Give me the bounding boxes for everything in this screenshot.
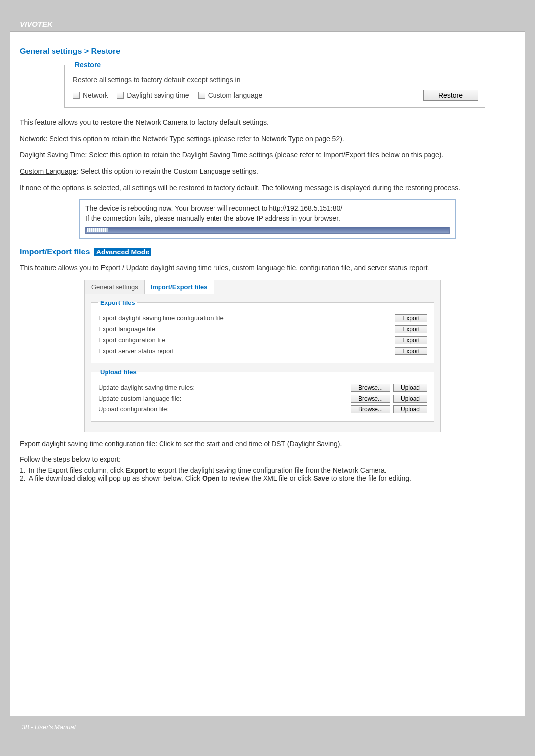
row-upload-lang: Update custom language file: Browse... U… bbox=[98, 395, 427, 403]
section-title-import-export: Import/Export files Advanced Mode bbox=[20, 248, 515, 256]
row-export-dst: Export daylight saving time configuratio… bbox=[98, 314, 427, 322]
tab-general-settings[interactable]: General settings bbox=[85, 280, 145, 294]
upload-lang-button[interactable]: Upload bbox=[393, 395, 427, 403]
row-upload-config: Upload configuration file: Browse... Upl… bbox=[98, 405, 427, 413]
label-export-config: Export configuration file bbox=[98, 336, 165, 344]
step-2-c: to store the file for editing. bbox=[329, 474, 411, 482]
para-lang-label: Custom Language bbox=[20, 167, 76, 175]
import-export-tabs-panel: General settings Import/Export files Exp… bbox=[84, 280, 441, 432]
checkbox-icon bbox=[73, 92, 80, 99]
checkbox-label: Network bbox=[83, 91, 108, 99]
para-lang-text: : Select this option to retain the Custo… bbox=[76, 167, 258, 175]
para-export-dst-label: Export daylight saving time configuratio… bbox=[20, 440, 155, 448]
para-export-dst-desc: Export daylight saving time configuratio… bbox=[20, 439, 515, 449]
step-2-num: 2. bbox=[20, 474, 26, 482]
step-1-num: 1. bbox=[20, 466, 26, 474]
step-1-bold: Export bbox=[126, 466, 148, 474]
para-none: If none of the options is selected, all … bbox=[20, 183, 515, 193]
reboot-progress bbox=[85, 227, 450, 234]
follow-steps: Follow the steps below to export: bbox=[20, 455, 515, 464]
restore-row: Network Daylight saving time Custom lang… bbox=[73, 90, 478, 101]
row-upload-dst: Update daylight saving time rules: Brows… bbox=[98, 384, 427, 392]
advanced-mode-tag: Advanced Mode bbox=[94, 248, 151, 256]
restore-desc: Restore all settings to factory default … bbox=[73, 76, 478, 84]
export-files-legend: Export files bbox=[98, 299, 137, 306]
label-export-lang: Export language file bbox=[98, 325, 155, 333]
restore-legend: Restore bbox=[73, 61, 103, 69]
step-2-b: to review the XML file or click bbox=[220, 474, 314, 482]
browse-lang-button[interactable]: Browse... bbox=[351, 395, 390, 403]
reboot-progress-fill bbox=[87, 228, 108, 232]
checkbox-dst[interactable]: Daylight saving time bbox=[117, 91, 189, 99]
checkbox-icon bbox=[198, 92, 205, 99]
import-export-title: Import/Export files bbox=[20, 248, 90, 256]
para-import-export-intro: This feature allows you to Export / Upda… bbox=[20, 263, 515, 273]
export-dst-button[interactable]: Export bbox=[395, 314, 427, 322]
page-footer: 38 - User's Manual bbox=[10, 716, 525, 738]
upload-config-button[interactable]: Upload bbox=[393, 405, 427, 413]
reboot-line1: The device is rebooting now. Your browse… bbox=[80, 200, 455, 214]
label-upload-config: Upload configuration file: bbox=[98, 405, 169, 413]
para-intro: This feature allows you to restore the N… bbox=[20, 118, 515, 127]
checkbox-custom-language[interactable]: Custom language bbox=[198, 91, 263, 99]
label-upload-dst: Update daylight saving time rules: bbox=[98, 384, 195, 391]
para-dst-text: : Select this option to retain the Dayli… bbox=[85, 151, 444, 159]
step-2-bold1: Open bbox=[202, 474, 220, 482]
label-upload-lang: Update custom language file: bbox=[98, 395, 181, 402]
label-export-dst: Export daylight saving time configuratio… bbox=[98, 314, 224, 322]
checkbox-icon bbox=[117, 92, 124, 99]
restore-button[interactable]: Restore bbox=[423, 90, 478, 101]
steps-list: 1. In the Export files column, click Exp… bbox=[20, 466, 515, 482]
checkbox-label: Custom language bbox=[208, 91, 263, 99]
step-1: 1. In the Export files column, click Exp… bbox=[20, 466, 515, 474]
step-2-a: A file download dialog will pop up as sh… bbox=[29, 474, 202, 482]
step-1-b: to export the daylight saving time confi… bbox=[148, 466, 386, 474]
para-dst: Daylight Saving Time: Select this option… bbox=[20, 151, 515, 160]
export-config-button[interactable]: Export bbox=[395, 336, 427, 344]
para-export-dst-text: : Click to set the start and end time of… bbox=[155, 440, 342, 448]
tab-import-export-files[interactable]: Import/Export files bbox=[144, 280, 214, 294]
page-content: General settings > Restore Restore Resto… bbox=[10, 32, 525, 492]
reboot-message-box: The device is rebooting now. Your browse… bbox=[79, 199, 456, 238]
browse-config-button[interactable]: Browse... bbox=[351, 405, 390, 413]
step-1-a: In the Export files column, click bbox=[29, 466, 126, 474]
export-server-status-button[interactable]: Export bbox=[395, 347, 427, 355]
brand-label: VIVOTEK bbox=[20, 20, 53, 28]
label-export-server-status: Export server status report bbox=[98, 347, 174, 354]
section-title-restore: General settings > Restore bbox=[20, 47, 515, 56]
checkbox-label: Daylight saving time bbox=[127, 91, 189, 99]
browse-dst-button[interactable]: Browse... bbox=[351, 384, 390, 392]
row-export-config: Export configuration file Export bbox=[98, 336, 427, 344]
restore-panel: Restore Restore all settings to factory … bbox=[64, 61, 485, 108]
para-lang: Custom Language: Select this option to r… bbox=[20, 167, 515, 176]
step-2-bold2: Save bbox=[313, 474, 329, 482]
checkbox-network[interactable]: Network bbox=[73, 91, 108, 99]
step-2: 2. A file download dialog will pop up as… bbox=[20, 474, 515, 482]
page-header: VIVOTEK bbox=[10, 15, 525, 32]
tabs-row: General settings Import/Export files bbox=[85, 280, 440, 294]
upload-files-legend: Upload files bbox=[98, 368, 139, 376]
export-files-fieldset: Export files Export daylight saving time… bbox=[91, 299, 434, 363]
para-network-label: Network bbox=[20, 135, 45, 143]
upload-files-fieldset: Upload files Update daylight saving time… bbox=[91, 368, 434, 422]
export-lang-button[interactable]: Export bbox=[395, 325, 427, 333]
para-dst-label: Daylight Saving Time bbox=[20, 151, 85, 159]
reboot-line2: If the connection fails, please manually… bbox=[80, 214, 455, 224]
upload-dst-button[interactable]: Upload bbox=[393, 384, 427, 392]
footer-text: 38 - User's Manual bbox=[22, 723, 76, 731]
para-network: Network: Select this option to retain th… bbox=[20, 134, 515, 144]
row-export-server-status: Export server status report Export bbox=[98, 347, 427, 355]
para-network-text: : Select this option to retain the Netwo… bbox=[45, 135, 344, 143]
row-export-lang: Export language file Export bbox=[98, 325, 427, 333]
